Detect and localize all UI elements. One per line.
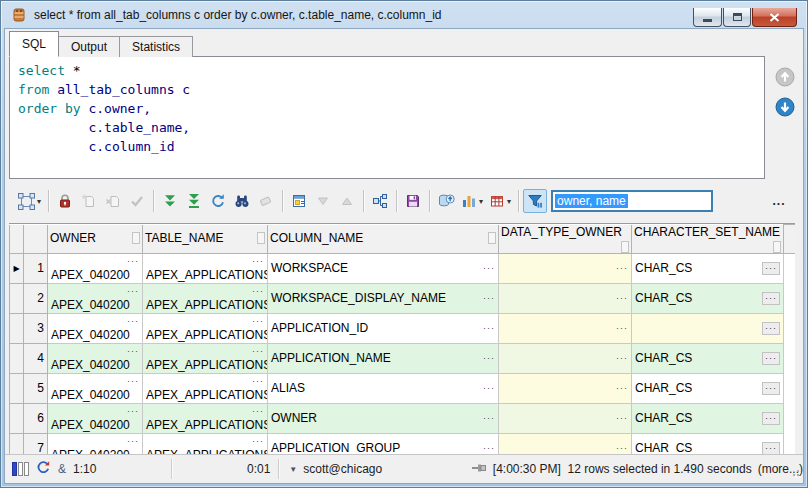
row-number[interactable]: 7 — [24, 433, 48, 454]
cell-column_name[interactable]: ···ALIAS — [268, 373, 499, 403]
cell-character_set_name[interactable]: ···CHAR_CS — [632, 433, 784, 454]
sql-editor[interactable]: select *from all_tab_columns corder by c… — [9, 56, 765, 179]
cell-character_set_name[interactable]: ··· — [632, 313, 784, 343]
cell-ellipsis-button[interactable]: ··· — [481, 291, 495, 305]
find-button[interactable] — [230, 189, 254, 213]
cell-ellipsis-button[interactable]: ··· — [762, 382, 780, 395]
cell-ellipsis-button[interactable]: ··· — [125, 374, 139, 388]
query-builder-button[interactable] — [368, 189, 392, 213]
row-number[interactable]: 4 — [24, 343, 48, 373]
row-number[interactable]: 6 — [24, 403, 48, 433]
refresh-button[interactable] — [206, 189, 230, 213]
scroll-down-button[interactable] — [775, 97, 795, 117]
cell-ellipsis-button[interactable]: ··· — [614, 261, 628, 275]
edit-lock-button[interactable] — [53, 189, 77, 213]
cell-table_name[interactable]: ···APEX_APPLICATIONS — [143, 403, 268, 433]
break-refresh-icon[interactable] — [36, 460, 51, 478]
column-header-table_name[interactable]: TABLE_NAME — [143, 225, 268, 254]
cell-ellipsis-button[interactable]: ··· — [125, 314, 139, 328]
cell-character_set_name[interactable]: ···CHAR_CS — [632, 253, 784, 283]
cell-ellipsis-button[interactable]: ··· — [762, 292, 780, 305]
cell-ellipsis-button[interactable]: ··· — [481, 351, 495, 365]
cell-column_name[interactable]: ···APPLICATION_GROUP — [268, 433, 499, 454]
cell-table_name[interactable]: ···APEX_APPLICATIONS — [143, 313, 268, 343]
cell-ellipsis-button[interactable]: ··· — [125, 404, 139, 418]
cell-column_name[interactable]: ···WORKSPACE_DISPLAY_NAME — [268, 283, 499, 313]
row-number[interactable]: 1 — [24, 253, 48, 283]
export-data-button[interactable] — [434, 189, 458, 213]
cell-ellipsis-button[interactable]: ··· — [762, 322, 780, 335]
cell-ellipsis-button[interactable]: ··· — [125, 254, 139, 268]
row-number[interactable]: 3 — [24, 313, 48, 343]
cell-ellipsis-button[interactable]: ··· — [614, 441, 628, 454]
row-number[interactable]: 2 — [24, 283, 48, 313]
cell-data_type_owner[interactable]: ··· — [499, 283, 632, 313]
filter-button[interactable] — [523, 189, 547, 213]
cell-ellipsis-button[interactable]: ··· — [125, 434, 139, 448]
cell-data_type_owner[interactable]: ··· — [499, 313, 632, 343]
cell-ellipsis-button[interactable]: ··· — [762, 352, 780, 365]
cell-character_set_name[interactable]: ···CHAR_CS — [632, 403, 784, 433]
cell-ellipsis-button[interactable]: ··· — [762, 442, 780, 455]
cell-column_name[interactable]: ···OWNER — [268, 403, 499, 433]
fetch-all-button[interactable] — [182, 189, 206, 213]
tab-sql[interactable]: SQL — [9, 31, 59, 57]
cell-owner[interactable]: ···APEX_040200 — [48, 433, 143, 454]
cell-ellipsis-button[interactable]: ··· — [614, 381, 628, 395]
close-button[interactable] — [752, 8, 797, 27]
cell-data_type_owner[interactable]: ··· — [499, 343, 632, 373]
cell-ellipsis-button[interactable]: ··· — [614, 321, 628, 335]
resize-grip[interactable] — [789, 466, 801, 481]
filter-input[interactable]: owner, name — [551, 190, 713, 212]
cell-character_set_name[interactable]: ···CHAR_CS — [632, 283, 784, 313]
cell-ellipsis-button[interactable]: ··· — [481, 441, 495, 455]
minimize-button[interactable] — [693, 8, 722, 27]
cell-character_set_name[interactable]: ···CHAR_CS — [632, 343, 784, 373]
export-grid-button[interactable]: ▾ — [486, 189, 514, 213]
cell-ellipsis-button[interactable]: ··· — [762, 262, 780, 275]
cell-ellipsis-button[interactable]: ··· — [250, 404, 264, 418]
tab-output[interactable]: Output — [59, 36, 120, 57]
cell-ellipsis-button[interactable]: ··· — [125, 344, 139, 358]
cell-table_name[interactable]: ···APEX_APPLICATIONS — [143, 373, 268, 403]
pin-icon[interactable] — [471, 462, 487, 477]
cell-column_name[interactable]: ···APPLICATION_ID — [268, 313, 499, 343]
cell-column_name[interactable]: ···APPLICATION_NAME — [268, 343, 499, 373]
cell-ellipsis-button[interactable]: ··· — [481, 261, 495, 275]
cell-ellipsis-button[interactable]: ··· — [250, 314, 264, 328]
cell-ellipsis-button[interactable]: ··· — [125, 284, 139, 298]
cell-table_name[interactable]: ···APEX_APPLICATIONS — [143, 343, 268, 373]
cell-owner[interactable]: ···APEX_040200 — [48, 343, 143, 373]
cell-ellipsis-button[interactable]: ··· — [614, 351, 628, 365]
save-button[interactable] — [401, 189, 425, 213]
session-name[interactable]: scott@chicago — [303, 462, 382, 476]
session-dropdown-icon[interactable]: ▼ — [289, 465, 297, 474]
cell-column_name[interactable]: ···WORKSPACE — [268, 253, 499, 283]
tab-statistics[interactable]: Statistics — [120, 36, 193, 57]
cell-ellipsis-button[interactable]: ··· — [250, 374, 264, 388]
cell-owner[interactable]: ···APEX_040200 — [48, 253, 143, 283]
grid-options-button[interactable]: ▾ — [15, 189, 44, 213]
column-header-owner[interactable]: OWNER — [48, 225, 143, 254]
scroll-up-button[interactable] — [775, 67, 795, 87]
chart-button[interactable]: ▾ — [458, 189, 486, 213]
cell-ellipsis-button[interactable]: ··· — [481, 411, 495, 425]
cell-data_type_owner[interactable]: ··· — [499, 253, 632, 283]
column-header-character_set_name[interactable]: CHARACTER_SET_NAME — [632, 225, 784, 254]
cell-table_name[interactable]: ···APEX_APPLICATIONS — [143, 433, 268, 454]
cell-owner[interactable]: ···APEX_040200 — [48, 373, 143, 403]
maximize-button[interactable] — [723, 8, 751, 27]
cell-data_type_owner[interactable]: ··· — [499, 403, 632, 433]
cell-ellipsis-button[interactable]: ··· — [481, 381, 495, 395]
cell-ellipsis-button[interactable]: ··· — [250, 284, 264, 298]
fetch-next-page-button[interactable] — [158, 189, 182, 213]
cell-data_type_owner[interactable]: ··· — [499, 373, 632, 403]
cell-data_type_owner[interactable]: ··· — [499, 433, 632, 454]
cell-ellipsis-button[interactable]: ··· — [762, 412, 780, 425]
cell-ellipsis-button[interactable]: ··· — [614, 291, 628, 305]
column-header-data_type_owner[interactable]: DATA_TYPE_OWNER — [499, 225, 632, 254]
cell-table_name[interactable]: ···APEX_APPLICATIONS — [143, 283, 268, 313]
toolbar-more-button[interactable]: ... — [765, 194, 793, 208]
cell-owner[interactable]: ···APEX_040200 — [48, 313, 143, 343]
cell-ellipsis-button[interactable]: ··· — [250, 344, 264, 358]
